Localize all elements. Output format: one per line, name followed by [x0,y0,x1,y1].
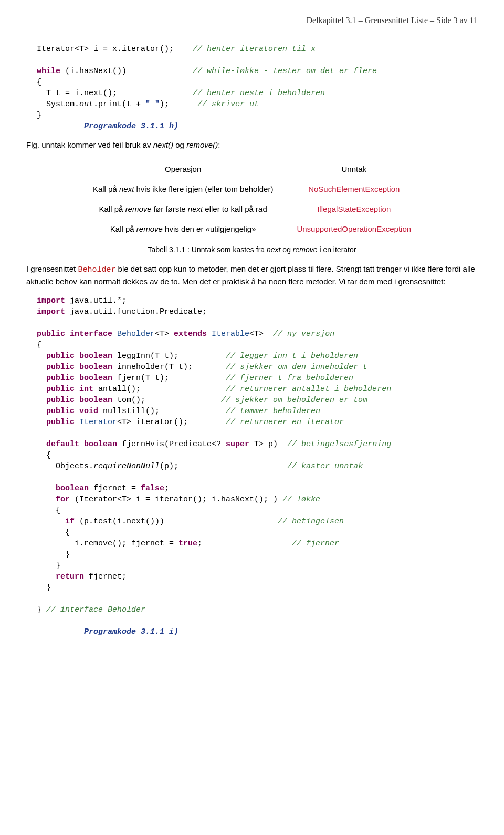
table-caption: Tabell 3.1.1 : Unntak som kastes fra nex… [26,245,478,254]
page-header: Delkapittel 3.1 – Grensesnittet Liste – … [26,11,478,38]
table-header-exception: Unntak [285,159,423,179]
code-block-2: import java.util.*; import java.util.fun… [37,295,478,637]
table-cell: Kall på remove før første next eller to … [81,199,285,219]
header-title: Grensesnittet Liste [365,16,428,25]
table-row: Operasjon Unntak [81,159,423,179]
page-content: Delkapittel 3.1 – Grensesnittet Liste – … [0,0,504,658]
table-cell: Kall på remove hvis den er «utilgjengeli… [81,219,285,239]
table-header-operation: Operasjon [81,159,285,179]
table-cell-exception: IllegalStateException [285,199,423,219]
header-page: Side 3 av 11 [436,16,478,25]
table-cell: Kall på next hvis ikke flere igjen (elle… [81,179,285,199]
table-cell-exception: UnsupportedOperationException [285,219,423,239]
code-block-1: Iterator<T> i = x.iterator(); // henter … [37,44,478,132]
exception-table: Operasjon Unntak Kall på next hvis ikke … [81,159,423,239]
paragraph-beholder: I grensesnittet Beholder ble det satt op… [26,263,478,288]
table-row: Kall på next hvis ikke flere igjen (elle… [81,179,423,199]
header-chapter: Delkapittel 3.1 [307,16,356,25]
table-cell-exception: NoSuchElementException [285,179,423,199]
table-row: Kall på remove før første next eller to … [81,199,423,219]
paragraph-exceptions: Flg. unntak kommer ved feil bruk av next… [26,139,478,151]
table-row: Kall på remove hvis den er «utilgjengeli… [81,219,423,239]
